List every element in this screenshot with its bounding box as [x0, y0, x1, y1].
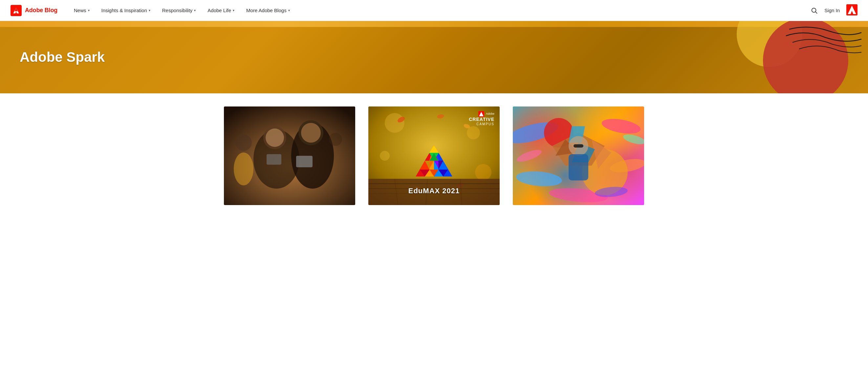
nav-insights-chevron: ▾	[149, 8, 150, 12]
search-button[interactable]	[811, 7, 818, 14]
nav-item-insights[interactable]: Insights & Inspiration ▾	[96, 0, 156, 21]
campus-text: CAMPUS	[469, 122, 494, 126]
nav-item-adobe-life[interactable]: Adobe Life ▾	[202, 0, 240, 21]
creative-campus-badge: Adobe CREATIVE CAMPUS	[469, 111, 494, 126]
svg-point-21	[380, 151, 390, 161]
article-thumb-1	[224, 107, 355, 205]
nav-news-label: News	[74, 7, 86, 13]
thumb-3-art-svg	[513, 107, 644, 205]
article-card-2[interactable]: Adobe CREATIVE CAMPUS EduMAX 2021	[368, 107, 500, 218]
article-card-3-body	[513, 205, 644, 218]
nav-item-more-blogs[interactable]: More Adobe Blogs ▾	[240, 0, 296, 21]
edumax-title: EduMAX 2021	[408, 187, 460, 195]
svg-line-3	[815, 12, 817, 13]
articles-section: Adobe CREATIVE CAMPUS EduMAX 2021	[204, 93, 664, 231]
nav-adobe-life-label: Adobe Life	[208, 7, 231, 13]
svg-rect-68	[574, 144, 583, 148]
hero-title: Adobe Spark	[0, 49, 124, 65]
search-icon	[811, 7, 818, 14]
article-thumb-2: Adobe CREATIVE CAMPUS EduMAX 2021	[368, 107, 500, 205]
sign-in-button[interactable]: Sign In	[824, 7, 840, 13]
thumb-1-art	[224, 107, 355, 205]
svg-marker-42	[429, 145, 439, 153]
nav-adobe-life-chevron: ▾	[233, 8, 235, 12]
adobe-corporate-logo	[846, 4, 858, 17]
adobe-cc-label: Adobe	[486, 112, 494, 116]
article-card-1[interactable]	[224, 107, 355, 218]
nav-news-chevron: ▾	[88, 8, 90, 12]
nav-responsibility-label: Responsibility	[162, 7, 193, 13]
deco-lines-svg	[783, 23, 865, 62]
brand-name: Adobe Blog	[25, 7, 57, 14]
adobe-a-icon	[12, 7, 20, 14]
article-thumb-3	[513, 107, 644, 205]
article-card-2-body	[368, 205, 500, 218]
hero-decoration	[704, 21, 868, 93]
svg-point-56	[516, 170, 562, 188]
edumax-label-container: EduMAX 2021	[368, 187, 500, 195]
svg-point-11	[266, 128, 284, 147]
adobe-corporate-icon	[846, 4, 858, 16]
article-card-3[interactable]	[513, 107, 644, 218]
svg-point-2	[812, 8, 816, 12]
nav-item-news[interactable]: News ▾	[68, 0, 96, 21]
nav-item-responsibility[interactable]: Responsibility ▾	[156, 0, 202, 21]
hero-banner: Adobe Spark	[0, 21, 868, 93]
svg-marker-1	[15, 7, 18, 11]
adobe-cc-icon	[478, 111, 484, 117]
nav-actions: Sign In	[811, 4, 858, 17]
svg-point-69	[516, 148, 542, 164]
adobe-logo-box	[10, 5, 22, 16]
svg-rect-14	[267, 154, 281, 165]
svg-point-16	[329, 133, 342, 146]
svg-point-55	[600, 116, 642, 136]
nav-responsibility-chevron: ▾	[194, 8, 196, 12]
svg-point-70	[622, 133, 644, 146]
svg-point-12	[301, 123, 321, 143]
nav-more-blogs-label: More Adobe Blogs	[246, 7, 287, 13]
edumax-triangle-logo	[414, 144, 454, 177]
article-card-1-body	[224, 205, 355, 218]
brand-logo-link[interactable]: Adobe Blog	[10, 5, 57, 16]
nav-more-blogs-chevron: ▾	[288, 8, 290, 12]
svg-point-15	[236, 135, 252, 151]
svg-rect-13	[296, 156, 313, 167]
svg-point-17	[234, 152, 253, 185]
creative-text: CREATIVE	[469, 117, 494, 122]
main-nav: Adobe Blog News ▾ Insights & Inspiration…	[0, 0, 868, 21]
svg-point-22	[475, 164, 491, 180]
svg-rect-67	[568, 154, 588, 180]
svg-point-19	[385, 113, 404, 133]
nav-insights-label: Insights & Inspiration	[101, 7, 147, 13]
articles-grid: Adobe CREATIVE CAMPUS EduMAX 2021	[224, 107, 644, 218]
nav-links: News ▾ Insights & Inspiration ▾ Responsi…	[68, 0, 811, 21]
